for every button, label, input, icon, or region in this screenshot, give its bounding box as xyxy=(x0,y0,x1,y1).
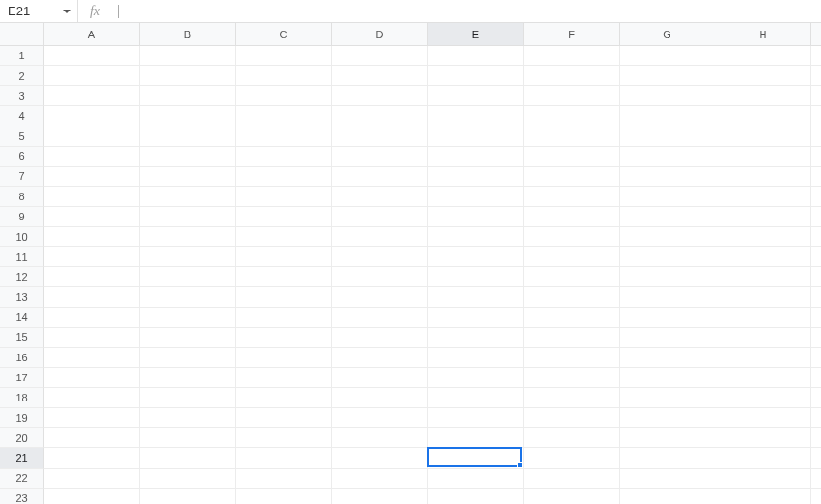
cell-H10[interactable] xyxy=(715,227,811,247)
cell-G11[interactable] xyxy=(620,247,715,267)
cell-D5[interactable] xyxy=(332,126,428,147)
cell-C7[interactable] xyxy=(236,167,332,187)
cell-B2[interactable] xyxy=(140,66,236,86)
cell-H2[interactable] xyxy=(715,66,811,86)
cell-D13[interactable] xyxy=(332,287,428,308)
row-header-20[interactable]: 20 xyxy=(0,428,44,448)
row-header-18[interactable]: 18 xyxy=(0,388,44,408)
cell-F8[interactable] xyxy=(524,187,620,207)
cell-E7[interactable] xyxy=(428,167,524,187)
cell-C9[interactable] xyxy=(236,207,332,227)
chevron-down-icon[interactable] xyxy=(63,10,71,13)
cell-E21[interactable] xyxy=(428,448,524,469)
cell-overflow[interactable] xyxy=(811,66,821,86)
cell-H13[interactable] xyxy=(715,287,811,308)
cell-G19[interactable] xyxy=(620,408,715,428)
cell-H14[interactable] xyxy=(715,308,811,328)
cell-F21[interactable] xyxy=(524,448,620,469)
cell-B17[interactable] xyxy=(140,368,236,388)
cell-E22[interactable] xyxy=(428,469,524,489)
cell-H11[interactable] xyxy=(715,247,811,267)
cell-C10[interactable] xyxy=(236,227,332,247)
cell-G13[interactable] xyxy=(620,287,715,308)
cell-A8[interactable] xyxy=(44,187,140,207)
row-header-6[interactable]: 6 xyxy=(0,147,44,167)
cell-D4[interactable] xyxy=(332,106,428,126)
cell-G1[interactable] xyxy=(620,46,715,66)
cell-F7[interactable] xyxy=(524,167,620,187)
cell-C20[interactable] xyxy=(236,428,332,448)
row-header-5[interactable]: 5 xyxy=(0,126,44,147)
cell-H4[interactable] xyxy=(715,106,811,126)
cell-D3[interactable] xyxy=(332,86,428,106)
row-header-4[interactable]: 4 xyxy=(0,106,44,126)
row-header-12[interactable]: 12 xyxy=(0,267,44,287)
cell-H20[interactable] xyxy=(715,428,811,448)
cell-C4[interactable] xyxy=(236,106,332,126)
selection-fill-handle[interactable] xyxy=(517,462,523,468)
cell-B5[interactable] xyxy=(140,126,236,147)
cell-overflow[interactable] xyxy=(811,287,821,308)
row-header-8[interactable]: 8 xyxy=(0,187,44,207)
cell-H7[interactable] xyxy=(715,167,811,187)
row-header-21[interactable]: 21 xyxy=(0,448,44,469)
column-header-F[interactable]: F xyxy=(524,23,620,45)
cell-B23[interactable] xyxy=(140,489,236,504)
cell-G10[interactable] xyxy=(620,227,715,247)
cell-F13[interactable] xyxy=(524,287,620,308)
cell-C12[interactable] xyxy=(236,267,332,287)
cell-G12[interactable] xyxy=(620,267,715,287)
cell-D12[interactable] xyxy=(332,267,428,287)
cell-C23[interactable] xyxy=(236,489,332,504)
cell-D14[interactable] xyxy=(332,308,428,328)
cell-E16[interactable] xyxy=(428,348,524,368)
cell-H6[interactable] xyxy=(715,147,811,167)
cell-H1[interactable] xyxy=(715,46,811,66)
cell-G20[interactable] xyxy=(620,428,715,448)
cell-A11[interactable] xyxy=(44,247,140,267)
cell-B1[interactable] xyxy=(140,46,236,66)
cell-E14[interactable] xyxy=(428,308,524,328)
cell-E8[interactable] xyxy=(428,187,524,207)
cell-D2[interactable] xyxy=(332,66,428,86)
cell-F4[interactable] xyxy=(524,106,620,126)
column-header-B[interactable]: B xyxy=(140,23,236,45)
cell-G8[interactable] xyxy=(620,187,715,207)
formula-input[interactable] xyxy=(112,0,821,22)
cell-C22[interactable] xyxy=(236,469,332,489)
cell-F22[interactable] xyxy=(524,469,620,489)
cell-overflow[interactable] xyxy=(811,126,821,147)
column-header-E[interactable]: E xyxy=(428,23,524,45)
cell-A22[interactable] xyxy=(44,469,140,489)
cell-E3[interactable] xyxy=(428,86,524,106)
cell-C19[interactable] xyxy=(236,408,332,428)
cell-B9[interactable] xyxy=(140,207,236,227)
cell-A13[interactable] xyxy=(44,287,140,308)
cell-B21[interactable] xyxy=(140,448,236,469)
cell-A6[interactable] xyxy=(44,147,140,167)
cell-B6[interactable] xyxy=(140,147,236,167)
cell-H22[interactable] xyxy=(715,469,811,489)
cell-F14[interactable] xyxy=(524,308,620,328)
row-header-17[interactable]: 17 xyxy=(0,368,44,388)
cell-A1[interactable] xyxy=(44,46,140,66)
cell-F17[interactable] xyxy=(524,368,620,388)
cell-B16[interactable] xyxy=(140,348,236,368)
cell-E10[interactable] xyxy=(428,227,524,247)
cell-C18[interactable] xyxy=(236,388,332,408)
cell-H23[interactable] xyxy=(715,489,811,504)
cell-H9[interactable] xyxy=(715,207,811,227)
cell-C2[interactable] xyxy=(236,66,332,86)
cell-E4[interactable] xyxy=(428,106,524,126)
cell-overflow[interactable] xyxy=(811,368,821,388)
row-header-9[interactable]: 9 xyxy=(0,207,44,227)
cell-A14[interactable] xyxy=(44,308,140,328)
cell-B12[interactable] xyxy=(140,267,236,287)
cell-A19[interactable] xyxy=(44,408,140,428)
cell-D7[interactable] xyxy=(332,167,428,187)
cell-overflow[interactable] xyxy=(811,469,821,489)
cell-B18[interactable] xyxy=(140,388,236,408)
row-header-1[interactable]: 1 xyxy=(0,46,44,66)
cell-A23[interactable] xyxy=(44,489,140,504)
cell-H12[interactable] xyxy=(715,267,811,287)
